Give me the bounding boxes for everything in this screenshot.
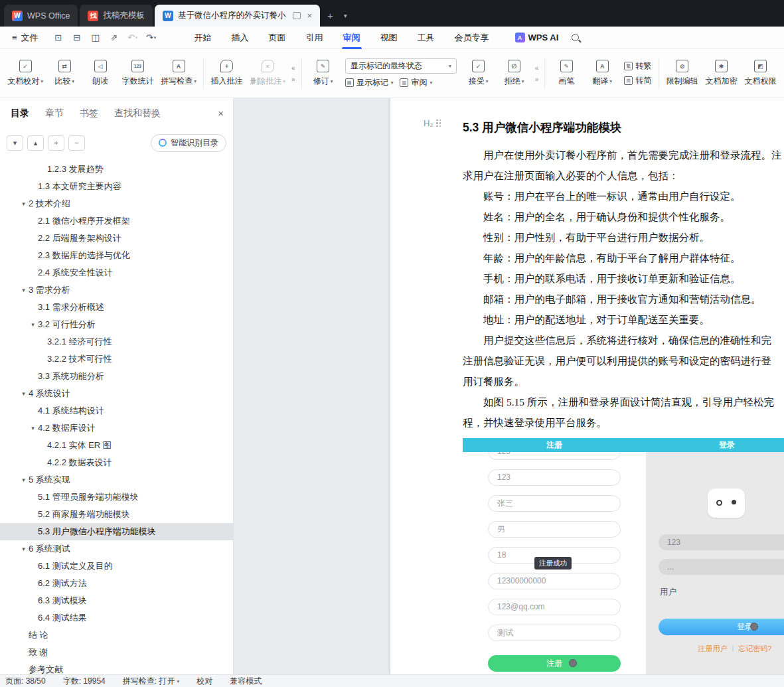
smart-toc-button[interactable]: 智能识别目录 <box>151 134 226 152</box>
accept-change-button[interactable]: ✓ 接受▾ <box>461 57 497 90</box>
restrict-editing-button[interactable]: ⊘ 限制编辑 <box>663 57 702 90</box>
spell-check-button[interactable]: A 拼写检查▾ <box>157 57 200 90</box>
toc-item[interactable]: 3.2.2 技术可行性 <box>0 350 233 368</box>
menu-tab-审阅[interactable]: 审阅 <box>333 27 370 49</box>
login-username-input[interactable]: 123 <box>659 534 784 550</box>
share-icon[interactable]: ⇗ <box>106 31 122 45</box>
toc-item[interactable]: 3.2.1 经济可行性 <box>0 333 233 350</box>
document-page[interactable]: H₂ 5.3 用户微信小程序端功能模块 用户在使用外卖订餐小程序前，首先需要完成… <box>390 98 784 674</box>
forgot-password-link[interactable]: 忘记密码? <box>738 644 771 654</box>
toc-item[interactable]: ▾4.2 数据库设计 <box>0 420 233 437</box>
toc-item[interactable]: 参考文献 <box>0 661 233 674</box>
register-tab[interactable]: 注册 <box>463 438 646 452</box>
register-input[interactable]: 123 <box>488 469 621 486</box>
tab-current-document[interactable]: W 基于微信小程序的外卖订餐小 × <box>155 5 320 27</box>
increase-level-button[interactable]: + <box>48 135 64 151</box>
to-traditional-button[interactable]: 繁 转繁 <box>624 60 651 72</box>
to-simplified-button[interactable]: 简 转简 <box>624 75 651 86</box>
login-submit-button[interactable]: 登录 <box>659 619 784 635</box>
menu-tab-插入[interactable]: 插入 <box>222 27 259 49</box>
markup-state-select[interactable]: 显示标记的最终状态▾ <box>345 58 457 74</box>
reject-change-button[interactable]: ∅ 拒绝▾ <box>497 57 532 90</box>
sidebar-tab-目录[interactable]: 目录 <box>11 108 29 119</box>
read-aloud-button[interactable]: ◁ 朗读 <box>82 57 118 90</box>
collapse-all-button[interactable]: ▾ <box>7 135 23 151</box>
wps-ai-button[interactable]: A WPS AI <box>515 33 559 42</box>
toc-item[interactable]: 6.4 测试结果 <box>0 609 233 627</box>
register-input[interactable]: 测试 <box>488 625 621 641</box>
toc-item[interactable]: ▾3.2 可行性分析 <box>0 316 233 333</box>
track-changes-button[interactable]: ✎ 修订▾ <box>305 57 341 90</box>
redo-icon[interactable]: ↷▾ <box>143 31 159 45</box>
toc-item[interactable]: 4.2.2 数据表设计 <box>0 454 233 471</box>
toc-item[interactable]: 致 谢 <box>0 644 233 661</box>
expand-all-button[interactable]: ▴ <box>27 135 44 151</box>
expand-arrow-icon[interactable]: ▾ <box>19 390 29 397</box>
register-input[interactable]: 123 <box>488 452 621 460</box>
sidebar-tab-章节[interactable]: 章节 <box>45 108 64 119</box>
expand-arrow-icon[interactable]: ▾ <box>19 546 29 552</box>
drag-handle-icon[interactable] <box>436 119 441 127</box>
toc-item[interactable]: 6.3 测试模块 <box>0 592 233 609</box>
status-words[interactable]: 字数: 19954 <box>63 676 106 687</box>
word-count-button[interactable]: 123 字数统计 <box>118 57 157 90</box>
tab-template-doc[interactable]: 找 找稿壳模板 <box>80 5 153 27</box>
review-pane-button[interactable]: ▥ 审阅▾ <box>400 77 432 88</box>
toc-item[interactable]: 1.2.3 发展趋势 <box>0 161 233 178</box>
status-page[interactable]: 页面: 38/50 <box>5 676 46 687</box>
next-comment-icon[interactable]: » <box>291 76 295 83</box>
undo-icon[interactable]: ↶▾ <box>125 31 141 45</box>
expand-arrow-icon[interactable]: ▾ <box>28 425 38 431</box>
toc-item[interactable]: 5.1 管理员服务端功能模块 <box>0 489 233 506</box>
toc-item[interactable]: 4.2.1 实体 ER 图 <box>0 437 233 454</box>
close-icon[interactable]: × <box>218 108 224 119</box>
delete-comment-button[interactable]: × 删除批注▾ <box>246 57 289 90</box>
status-spellcheck[interactable]: 拼写检查: 打开▾ <box>123 676 179 687</box>
expand-arrow-icon[interactable]: ▾ <box>19 477 29 483</box>
search-icon[interactable] <box>572 34 579 41</box>
show-markup-button[interactable]: ▤ 显示标记▾ <box>345 77 394 88</box>
register-input[interactable]: 12300000000 <box>488 573 621 589</box>
login-tab[interactable]: 登录 <box>646 438 784 452</box>
print-preview-icon[interactable]: ◫ <box>88 31 104 45</box>
decrease-level-button[interactable]: − <box>68 135 85 151</box>
insert-comment-button[interactable]: + 插入批注 <box>207 57 246 90</box>
toc-item[interactable]: 4.1 系统结构设计 <box>0 402 233 420</box>
status-compat-mode[interactable]: 兼容模式 <box>230 676 262 687</box>
toc-item[interactable]: 结 论 <box>0 627 233 644</box>
previous-change-icon[interactable]: « <box>535 64 539 72</box>
menu-tab-会员专享[interactable]: 会员专享 <box>445 27 499 49</box>
login-password-input[interactable]: ... <box>659 559 784 575</box>
tab-close-icon[interactable]: × <box>307 11 312 21</box>
register-input[interactable]: 张三 <box>488 495 621 512</box>
toc-item[interactable]: 3.3 系统功能分析 <box>0 368 233 385</box>
toc-item[interactable]: 6.1 测试定义及目的 <box>0 558 233 575</box>
compare-button[interactable]: ⇄ 比较▾ <box>46 57 82 90</box>
toc-item[interactable]: 5.3 用户微信小程序端功能模块 <box>0 523 233 540</box>
toc-item[interactable]: ▾3 需求分析 <box>0 281 233 299</box>
save-icon[interactable]: ⊡ <box>50 31 66 45</box>
toc-item[interactable]: 2.4 系统安全性设计 <box>0 264 233 281</box>
toc-item[interactable]: ▾5 系统实现 <box>0 471 233 489</box>
heading-level-marker[interactable]: H₂ <box>424 118 441 128</box>
toc-item[interactable]: ▾4 系统设计 <box>0 385 233 402</box>
menu-tab-引用[interactable]: 引用 <box>296 27 333 49</box>
toc-item[interactable]: ▾6 系统测试 <box>0 540 233 558</box>
next-change-icon[interactable]: » <box>535 76 539 83</box>
ink-brush-button[interactable]: ✎ 画笔 <box>548 57 584 90</box>
expand-arrow-icon[interactable]: ▾ <box>19 287 29 293</box>
expand-arrow-icon[interactable]: ▾ <box>19 200 29 207</box>
toc-item[interactable]: 2.1 微信小程序开发框架 <box>0 212 233 230</box>
toc-item[interactable]: 1.3 本文研究主要内容 <box>0 178 233 195</box>
translate-button[interactable]: A 翻译▾ <box>584 57 620 90</box>
menu-tab-开始[interactable]: 开始 <box>185 27 222 49</box>
toc-item[interactable]: 6.2 测试方法 <box>0 575 233 592</box>
print-icon[interactable]: ⊟ <box>69 31 85 45</box>
tab-list-chevron-icon[interactable]: ▾ <box>339 5 353 27</box>
toc-item[interactable]: 3.1 需求分析概述 <box>0 299 233 316</box>
new-tab-button[interactable]: + <box>322 5 339 27</box>
status-proofread[interactable]: 校对 <box>196 676 212 687</box>
sidebar-tab-查找和替换[interactable]: 查找和替换 <box>114 108 161 119</box>
toc-item[interactable]: 5.2 商家服务端功能模块 <box>0 506 233 523</box>
register-input[interactable]: 123@qq.com <box>488 599 621 615</box>
